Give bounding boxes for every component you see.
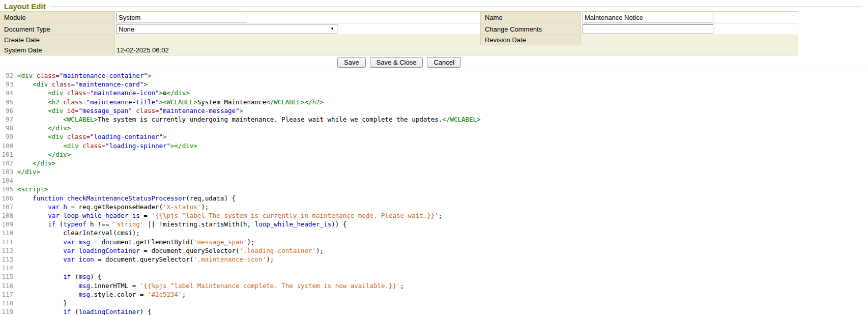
code-text: msg.innerHTML = '{{%pjs ^label Maintenan… [17, 282, 404, 290]
line-number: 111 [0, 238, 13, 246]
code-line: 103</div> [0, 167, 868, 176]
code-line: 102 </div> [0, 159, 868, 167]
code-text: <div class="maintenance-icon">⚙</div> [17, 89, 190, 97]
code-line: 113 var icon = document.querySelector('.… [0, 255, 868, 264]
system-date-value: 12-02-2025 06:02 [115, 45, 798, 55]
line-number: 99 [0, 132, 13, 141]
code-line: 109 if (typeof h !== 'string' || !miestr… [0, 220, 868, 228]
button-bar: Save Save & Close Cancel [0, 55, 798, 70]
line-number: 117 [0, 290, 13, 299]
code-text: var loop_while_header_is = '{{%pjs ^labe… [17, 212, 442, 219]
line-number: 113 [0, 255, 13, 264]
save-button[interactable]: Save [337, 57, 366, 68]
change-comments-input[interactable] [583, 24, 713, 34]
code-editor[interactable]: 92<div class="maintenance-container">93 … [0, 70, 868, 315]
line-number: 110 [0, 228, 13, 237]
code-text: <div id="message_span" class="maintenanc… [17, 107, 243, 114]
document-type-select[interactable]: None [117, 24, 337, 34]
field-cell [115, 12, 481, 23]
code-text: if (msg) { [17, 273, 102, 280]
code-line: 97 <WCLABEL>The system is currently unde… [0, 115, 868, 124]
line-number: 98 [0, 124, 13, 132]
change-comments-label: Change Comments [481, 23, 581, 35]
line-number: 106 [0, 194, 13, 203]
code-line: 99 <div class="loading-container"> [0, 132, 868, 141]
code-text: </div> [17, 168, 40, 176]
line-number: 94 [0, 89, 13, 97]
code-line: 104 [0, 176, 868, 185]
line-number: 92 [0, 71, 13, 80]
code-text: </div> [17, 151, 71, 158]
code-text: if (loadingContainer) { [17, 308, 151, 315]
header-rule [50, 7, 862, 7]
code-text: var loadingContainer = document.querySel… [17, 247, 324, 254]
revision-date-value [581, 35, 798, 45]
system-date-label: System Date [0, 45, 115, 55]
code-text: <WCLABEL>The system is currently undergo… [17, 116, 481, 123]
code-line: 108 var loop_while_header_is = '{{%pjs ^… [0, 211, 868, 220]
line-number: 104 [0, 176, 13, 185]
code-line: 105<script> [0, 185, 868, 193]
module-label: Module [0, 12, 115, 23]
code-text: var msg = document.getElementById('messa… [17, 238, 255, 246]
field-cell [581, 12, 798, 23]
line-number: 118 [0, 299, 13, 307]
save-close-button[interactable]: Save & Close [370, 57, 423, 68]
line-number: 97 [0, 115, 13, 124]
line-number: 112 [0, 246, 13, 255]
code-line: 106 function checkMaintenanceStatusProce… [0, 194, 868, 203]
code-line: 119 if (loadingContainer) { [0, 307, 868, 315]
field-cell [581, 23, 798, 35]
code-line: 100 <div class="loading-spinner"></div> [0, 141, 868, 150]
page-header: Layout Edit [0, 0, 868, 11]
layout-edit-page: Layout Edit ModuleNameDocument TypeNone▼… [0, 0, 868, 315]
line-number: 93 [0, 80, 13, 89]
line-number: 119 [0, 307, 13, 315]
line-number: 96 [0, 106, 13, 115]
form-row: System Date12-02-2025 06:02 [0, 45, 798, 55]
code-text: function checkMaintenanceStatusProcessor… [17, 194, 236, 202]
code-line: 98 </div> [0, 124, 868, 132]
code-line: 96 <div id="message_span" class="mainten… [0, 106, 868, 115]
code-text: var h = req.getResponseHeader('X-status'… [17, 203, 209, 211]
form-row: Document TypeNone▼Change Comments [0, 23, 798, 35]
module-input[interactable] [117, 13, 247, 22]
code-line: 112 var loadingContainer = document.quer… [0, 246, 868, 255]
line-number: 102 [0, 159, 13, 167]
line-number: 107 [0, 203, 13, 211]
line-number: 116 [0, 281, 13, 290]
code-text: if (typeof h !== 'string' || !miestring.… [17, 220, 346, 228]
cancel-button[interactable]: Cancel [427, 57, 460, 68]
document-type-label: Document Type [0, 23, 115, 35]
name-label: Name [481, 12, 581, 23]
field-cell: None▼ [115, 23, 481, 35]
code-text: clearInterval(cmsi); [17, 229, 140, 237]
line-number: 101 [0, 150, 13, 159]
line-number: 105 [0, 185, 13, 193]
code-text: <div class="maintenance-card"> [17, 80, 148, 88]
code-text: <div class="loading-spinner"></div> [17, 142, 197, 150]
line-number: 103 [0, 167, 13, 176]
name-input[interactable] [583, 13, 713, 22]
code-line: 111 var msg = document.getElementById('m… [0, 238, 868, 246]
revision-date-label: Revision Date [481, 35, 581, 45]
code-text: </div> [17, 124, 71, 132]
code-text: <div class="maintenance-container"> [17, 72, 151, 79]
code-line: 117 msg.style.color = '#2c5234'; [0, 290, 868, 299]
line-number: 108 [0, 211, 13, 220]
page-title: Layout Edit [4, 2, 46, 11]
code-line: 101 </div> [0, 150, 868, 159]
create-date-label: Create Date [0, 35, 115, 45]
line-number: 114 [0, 264, 13, 272]
code-line: 114 [0, 264, 868, 272]
code-line: 95 <h2 class="maintenance-title"><WCLABE… [0, 98, 868, 106]
code-text: </div> [17, 159, 55, 167]
layout-form: ModuleNameDocument TypeNone▼Change Comme… [0, 11, 798, 55]
line-number: 100 [0, 141, 13, 150]
create-date-value [115, 35, 481, 45]
code-text: var icon = document.querySelector('.main… [17, 255, 274, 263]
code-text: <div class="loading-container"> [17, 133, 167, 140]
code-text: <h2 class="maintenance-title"><WCLABEL>S… [17, 98, 324, 106]
code-line: 118 } [0, 299, 868, 307]
form-row: Create DateRevision Date [0, 35, 798, 45]
